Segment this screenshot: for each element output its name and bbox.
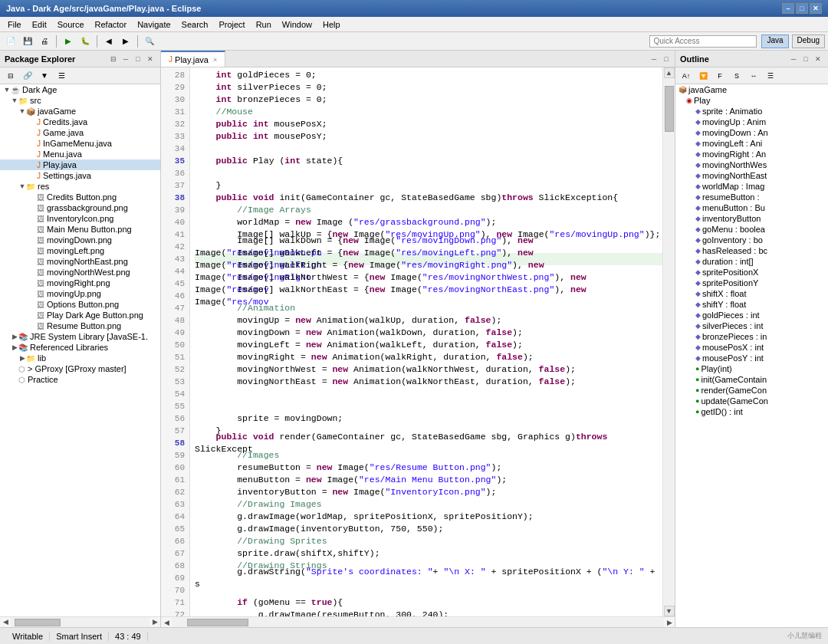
tree-moving-down[interactable]: ▶ 🖼 movingDown.png	[0, 235, 160, 245]
tree-referenced-libs[interactable]: ▶ 📚 Referenced Libraries	[0, 342, 160, 353]
tree-jre[interactable]: ▶ 📚 JRE System Library [JavaSE-1.	[0, 331, 160, 342]
outline-item-javagame[interactable]: 📦 javaGame	[675, 84, 828, 95]
outline-item-init-method[interactable]: ● init(GameContain	[675, 374, 828, 385]
tree-res[interactable]: ▼ 📁 res	[0, 181, 160, 192]
vscroll-thumb[interactable]	[665, 86, 674, 132]
menu-project[interactable]: Project	[214, 18, 249, 31]
outline-item-update-method[interactable]: ● update(GameCon	[675, 396, 828, 406]
tree-main-menu-btn[interactable]: ▶ 🖼 Main Menu Button.png	[0, 224, 160, 235]
tree-src[interactable]: ▼ 📁 src	[0, 95, 160, 106]
new-file-button[interactable]: 📄	[3, 34, 18, 48]
tree-credits-java[interactable]: ▶ J Credits.java	[0, 117, 160, 127]
print-button[interactable]: 🖨	[37, 34, 52, 48]
tree-moving-left[interactable]: ▶ 🖼 movingLeft.png	[0, 245, 160, 256]
menu-window[interactable]: Window	[278, 18, 317, 31]
tree-lib[interactable]: ▶ 📁 lib	[0, 353, 160, 363]
outline-item-sprite[interactable]: ◆ sprite : Animatio	[675, 106, 828, 117]
tree-play-dark[interactable]: ▶ 🖼 Play Dark Age Button.png	[0, 310, 160, 320]
outline-hide-static-button[interactable]: S	[729, 69, 744, 83]
tree-menu-java[interactable]: ▶ J Menu.java	[0, 149, 160, 159]
pkg-hscroll-left[interactable]: ◀	[0, 617, 11, 626]
tree-settings-java[interactable]: ▶ J Settings.java	[0, 170, 160, 181]
outline-item-invbtn[interactable]: ◆ inventoryButton	[675, 213, 828, 224]
pkg-maximize-button[interactable]: □	[133, 54, 143, 64]
pkg-close-button[interactable]: ✕	[145, 54, 156, 64]
outline-item-shifty[interactable]: ◆ shiftY : float	[675, 299, 828, 310]
code-editor[interactable]: 28 29 30 31 32 33 34 35 36 37 38 39 40 4…	[161, 67, 662, 616]
outline-item-resumebtn[interactable]: ◆ resumeButton :	[675, 192, 828, 202]
save-button[interactable]: 💾	[20, 34, 35, 48]
editor-vscroll[interactable]: ▲ ▼	[662, 67, 675, 616]
tree-moving-northwest[interactable]: ▶ 🖼 movingNorthWest.png	[0, 267, 160, 278]
pkg-hscroll-thumb[interactable]	[15, 619, 61, 626]
hscroll-left-arrow[interactable]: ◀	[161, 618, 172, 627]
java-perspective-button[interactable]: Java	[761, 34, 788, 48]
editor-maximize-button[interactable]: □	[661, 54, 672, 64]
pkg-hscroll[interactable]: ◀ ▶	[0, 616, 160, 627]
outline-item-moving-left[interactable]: ◆ movingLeft : Ani	[675, 138, 828, 149]
tree-credits-btn[interactable]: ▶ 🖼 Credits Button.png	[0, 192, 160, 202]
outline-item-moving-nw[interactable]: ◆ movingNorthWes	[675, 159, 828, 170]
pkg-minimize-button[interactable]: ─	[120, 54, 131, 64]
outline-filter-button[interactable]: 🔽	[695, 69, 711, 83]
hscroll-thumb[interactable]	[187, 619, 248, 626]
outline-item-menubtn[interactable]: ◆ menuButton : Bu	[675, 202, 828, 213]
pkg-link-button[interactable]: 🔗	[20, 69, 35, 83]
vscroll-up-arrow[interactable]: ▲	[664, 67, 675, 78]
outline-item-play[interactable]: ◉ Play	[675, 95, 828, 106]
tree-ingamemenu-java[interactable]: ▶ J InGameMenu.java	[0, 138, 160, 149]
pkg-collapse-button[interactable]: ⊟	[3, 69, 18, 83]
vscroll-down-arrow[interactable]: ▼	[664, 606, 675, 616]
pkg-hscroll-right[interactable]: ▶	[150, 617, 160, 626]
outline-item-silverpieces[interactable]: ◆ silverPieces : int	[675, 320, 828, 331]
tree-javagame[interactable]: ▼ 📦 javaGame	[0, 106, 160, 117]
outline-close-button[interactable]: ✕	[813, 54, 823, 64]
outline-maximize-button[interactable]: □	[800, 54, 811, 64]
run-button[interactable]: ▶	[61, 34, 76, 48]
pkg-menu-button[interactable]: ☰	[54, 69, 69, 83]
outline-item-gomenu[interactable]: ◆ goMenu : boolea	[675, 224, 828, 235]
outline-item-mouseposx[interactable]: ◆ mousePosX : int	[675, 342, 828, 353]
tree-moving-northeast[interactable]: ▶ 🖼 movingNorthEast.png	[0, 256, 160, 267]
menu-help[interactable]: Help	[318, 18, 345, 31]
collapse-all-button[interactable]: ⊟	[108, 54, 119, 64]
outline-sort-button[interactable]: A↑	[678, 69, 694, 83]
outline-item-render-method[interactable]: ● render(GameCon	[675, 385, 828, 396]
tree-play-java[interactable]: ▶ J Play.java	[0, 159, 160, 170]
maximize-button[interactable]: □	[796, 3, 808, 14]
menu-source[interactable]: Source	[53, 18, 89, 31]
hscroll-right-arrow[interactable]: ▶	[664, 618, 675, 627]
search-button[interactable]: 🔍	[142, 34, 157, 48]
outline-item-play-constructor[interactable]: ● Play(int)	[675, 363, 828, 374]
debug-perspective-button[interactable]: Debug	[792, 34, 825, 48]
tree-options-btn[interactable]: ▶ 🖼 Options Button.png	[0, 299, 160, 310]
outline-sync-button[interactable]: ↔	[746, 69, 761, 83]
outline-item-moving-ne[interactable]: ◆ movingNorthEast	[675, 170, 828, 181]
quick-access-input[interactable]	[649, 35, 757, 48]
code-content[interactable]: int goldPieces = 0; int silverPieces = 0…	[190, 67, 662, 616]
outline-item-bronzepieces[interactable]: ◆ bronzePieces : in	[675, 331, 828, 342]
tree-gproxy[interactable]: ▶ ⬡ > GProxy [GProxy master]	[0, 363, 160, 374]
editor-minimize-button[interactable]: ─	[649, 54, 659, 64]
outline-item-moving-down[interactable]: ◆ movingDown : An	[675, 127, 828, 138]
back-button[interactable]: ◀	[101, 34, 117, 48]
play-java-tab[interactable]: J Play.java ×	[161, 51, 225, 67]
outline-item-duration[interactable]: ◆ duration : int[]	[675, 256, 828, 267]
outline-item-worldmap[interactable]: ◆ worldMap : Imag	[675, 181, 828, 192]
menu-file[interactable]: File	[3, 18, 26, 31]
pkg-filter-button[interactable]: ▼	[37, 69, 52, 83]
tree-dark-age[interactable]: ▼ ☕ Dark Age	[0, 84, 160, 95]
outline-hide-fields-button[interactable]: F	[712, 69, 728, 83]
outline-item-mouseposy[interactable]: ◆ mousePosY : int	[675, 353, 828, 363]
outline-menu-button[interactable]: ☰	[763, 69, 778, 83]
menu-run[interactable]: Run	[251, 18, 276, 31]
tree-game-java[interactable]: ▶ J Game.java	[0, 127, 160, 138]
tree-moving-right[interactable]: ▶ 🖼 movingRight.png	[0, 278, 160, 288]
editor-hscroll[interactable]: ◀ ▶	[161, 616, 675, 627]
outline-minimize-button[interactable]: ─	[788, 54, 799, 64]
tree-resume-btn[interactable]: ▶ 🖼 Resume Button.png	[0, 320, 160, 331]
outline-item-shiftx[interactable]: ◆ shiftX : float	[675, 288, 828, 299]
outline-item-goinv[interactable]: ◆ goInventory : bo	[675, 235, 828, 245]
menu-navigate[interactable]: Navigate	[133, 18, 175, 31]
tree-moving-up[interactable]: ▶ 🖼 movingUp.png	[0, 288, 160, 299]
